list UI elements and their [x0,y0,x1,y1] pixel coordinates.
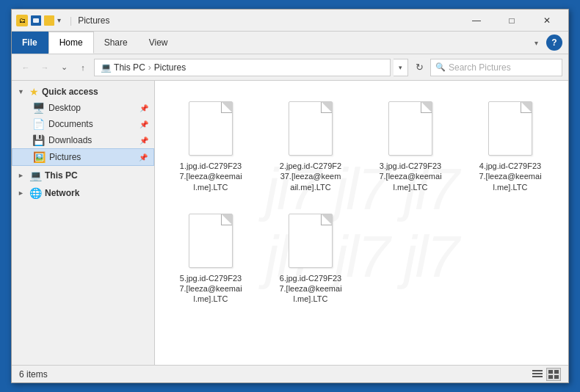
sidebar-pictures-label: Pictures [49,152,134,162]
tab-view[interactable]: View [139,32,179,54]
sidebar-item-pictures[interactable]: 🖼️ Pictures 📌 [12,148,154,166]
window-title: Pictures [78,15,460,26]
file-page-3 [388,101,432,156]
minimize-button[interactable]: — [460,10,493,32]
file-icon-6 [284,211,337,270]
file-page-5 [189,214,233,268]
sidebar-item-documents[interactable]: 📄 Documents 📌 [12,116,154,132]
sidebar-this-pc-header[interactable]: ► 💻 This PC [12,167,154,184]
status-bar: 6 items [12,365,568,382]
list-item[interactable]: 1.jpg.id-C279F237.[leeza@keemail.me].LTC [167,92,255,199]
documents-icon: 📄 [32,118,44,130]
sidebar-item-desktop[interactable]: 🖥️ Desktop 📌 [12,100,154,116]
sidebar-desktop-label: Desktop [48,103,135,113]
path-this-pc: 💻 This PC [101,62,145,73]
search-icon: 🔍 [435,62,446,72]
quick-access-star-icon: ★ [29,86,39,98]
svg-rect-7 [554,375,559,379]
list-item[interactable]: 4.jpg.id-C279F237.[leeza@keemail.me].LTC [466,92,554,199]
file-label-5: 5.jpg.id-C279F237.[leeza@keemail.me].LTC [179,273,242,305]
file-icon-4 [484,99,537,158]
search-box[interactable]: 🔍 Search Pictures [430,59,562,76]
this-pc-label: This PC [45,170,78,181]
refresh-button[interactable]: ↻ [411,59,427,76]
back-button[interactable]: ← [18,59,34,76]
list-item[interactable]: 5.jpg.id-C279F237.[leeza@keemail.me].LTC [167,205,255,311]
status-count: 6 items [19,369,530,380]
address-path[interactable]: 💻 This PC › Pictures [94,59,391,76]
svg-rect-0 [33,18,39,23]
svg-rect-4 [548,370,553,374]
sidebar-downloads-label: Downloads [48,135,135,145]
file-label-2: 2.jpeg.id-C279F237.[leeza@keemail.me].LT… [280,161,341,192]
ribbon: File Home Share View ▾ ? [12,32,568,54]
pictures-icon: 🖼️ [33,151,45,163]
pin-icon-docs: 📌 [139,120,148,128]
file-explorer-window: 🗂 ▾ | Pictures — □ ✕ File Home Share Vie… [11,9,569,383]
list-view-button[interactable] [530,368,545,381]
tab-share[interactable]: Share [94,32,139,54]
chevron-right-icon: ► [18,172,26,179]
network-icon: 🌐 [29,187,42,199]
tab-home[interactable]: Home [48,32,94,54]
file-label-6: 6.jpg.id-C279F237.[leeza@keemail.me].LTC [279,273,341,305]
quick-access-icon2[interactable] [44,15,54,26]
close-button[interactable]: ✕ [530,10,564,32]
file-area: jl7 jl7 jl7jl7 jl7 jl7 1.jpg.id-C279F237… [155,81,568,365]
sidebar-section-quick-access: ▼ ★ Quick access 🖥️ Desktop 📌 📄 Document… [12,84,154,166]
quick-access-toolbar: 🗂 ▾ [16,15,61,26]
quick-access-icon1[interactable] [31,15,41,26]
chevron-down-icon: ▼ [18,88,26,95]
this-pc-icon: 💻 [29,170,42,181]
downloads-icon: 💾 [32,134,44,146]
quick-access-label: Quick access [42,87,98,97]
sidebar-quick-access-header[interactable]: ▼ ★ Quick access [12,84,154,100]
sidebar-section-this-pc: ► 💻 This PC [12,167,154,184]
main-content: ▼ ★ Quick access 🖥️ Desktop 📌 📄 Document… [12,81,568,365]
file-icon-3 [384,99,437,158]
dropdown-nav-button[interactable]: ⌄ [56,59,72,76]
file-icon-2 [284,99,337,158]
search-placeholder: Search Pictures [449,62,511,73]
maximize-button[interactable]: □ [495,10,529,32]
up-button[interactable]: ↑ [75,59,91,76]
files-grid: 1.jpg.id-C279F237.[leeza@keemail.me].LTC… [167,92,557,311]
path-pictures: Pictures [154,62,186,73]
address-dropdown-btn[interactable]: ▾ [394,59,408,76]
view-toggles [530,368,561,381]
sidebar-section-network: ► 🌐 Network [12,185,154,201]
sidebar-item-downloads[interactable]: 💾 Downloads 📌 [12,132,154,148]
list-item[interactable]: 6.jpg.id-C279F237.[leeza@keemail.me].LTC [267,205,355,311]
ribbon-expand-btn[interactable]: ▾ [529,35,543,50]
path-sep1: › [148,62,151,73]
chevron-right-icon2: ► [18,189,26,197]
svg-rect-2 [532,373,543,374]
svg-rect-1 [532,370,543,371]
file-page-6 [289,214,333,268]
title-bar: 🗂 ▾ | Pictures — □ ✕ [12,10,568,32]
sidebar: ▼ ★ Quick access 🖥️ Desktop 📌 📄 Document… [12,81,155,365]
window-icon: 🗂 [16,15,28,26]
tab-file[interactable]: File [12,32,48,54]
list-item[interactable]: 3.jpg.id-C279F237.[leeza@keemail.me].LTC [366,92,454,199]
svg-rect-3 [532,376,543,377]
file-label-1: 1.jpg.id-C279F237.[leeza@keemail.me].LTC [179,161,242,192]
address-bar: ← → ⌄ ↑ 💻 This PC › Pictures ▾ ↻ 🔍 Searc… [12,54,568,81]
svg-rect-5 [554,370,559,374]
window-controls: — □ ✕ [460,10,564,32]
help-button[interactable]: ? [546,35,562,51]
forward-button[interactable]: → [37,59,53,76]
network-label: Network [45,188,79,198]
file-page-4 [488,101,532,156]
grid-view-button[interactable] [546,368,561,381]
svg-rect-6 [548,375,553,379]
sidebar-network-header[interactable]: ► 🌐 Network [12,185,154,201]
list-item[interactable]: 2.jpeg.id-C279F237.[leeza@keemail.me].LT… [267,92,355,199]
file-page-2 [289,101,333,156]
ribbon-tabs: File Home Share View ▾ ? [12,32,568,54]
file-icon-1 [184,99,237,158]
file-icon-5 [184,211,237,270]
quick-access-dropdown[interactable]: ▾ [57,16,61,24]
pin-icon: 📌 [139,104,148,112]
ribbon-expand-area: ▾ ? [523,32,568,54]
